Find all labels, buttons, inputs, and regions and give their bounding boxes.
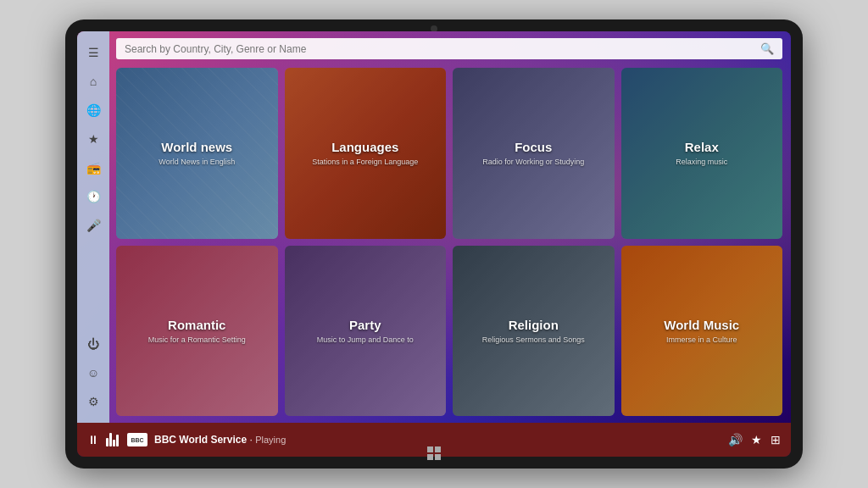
favorite-button[interactable]: ★ [751,433,762,446]
card-text-world-news: World news World News in English [116,68,278,239]
card-focus[interactable]: Focus Radio for Working or Studying [453,68,615,239]
search-icon[interactable]: 🔍 [760,42,774,55]
card-text-languages: Languages Stations in a Foreign Language [285,68,447,239]
card-title-relax: Relax [685,140,719,154]
star-icon[interactable]: ★ [81,127,105,151]
card-text-party: Party Music to Jump and Dance to [285,246,447,417]
card-relax[interactable]: Relax Relaxing music [621,68,783,239]
station-logo: BBC [127,433,147,446]
tablet-screen: ☰ ⌂ 🌐 ★ 📻 🕐 🎤 ⏻ ☺ ⚙ 🔍 [77,31,791,457]
cards-grid: World news World News in English Languag… [116,68,782,416]
power-icon[interactable]: ⏻ [81,332,105,356]
card-title-world-music: World Music [664,318,739,332]
card-subtitle-focus: Radio for Working or Studying [482,158,584,166]
volume-button[interactable]: 🔊 [728,433,743,446]
card-religion[interactable]: Religion Religious Sermons and Songs [453,246,615,417]
sidebar-bottom: ⏻ ☺ ⚙ [81,330,105,416]
card-text-world-music: World Music Immerse in a Culture [621,246,783,417]
player-status: Playing [255,435,286,445]
card-subtitle-religion: Religious Sermons and Songs [482,336,585,344]
card-world-music[interactable]: World Music Immerse in a Culture [621,246,783,417]
emoji-icon[interactable]: ☺ [81,361,105,385]
card-subtitle-relax: Relaxing music [676,158,727,166]
tablet-device: ☰ ⌂ 🌐 ★ 📻 🕐 🎤 ⏻ ☺ ⚙ 🔍 [65,19,803,469]
card-text-focus: Focus Radio for Working or Studying [453,68,615,239]
card-subtitle-party: Music to Jump and Dance to [317,336,414,344]
search-input[interactable] [125,43,760,55]
player-controls-right: 🔊 ★ ⊞ [728,433,781,446]
station-name: BBC World Service [154,434,247,446]
home-icon[interactable]: ⌂ [81,69,105,93]
card-subtitle-world-news: World News in English [159,158,235,166]
search-bar: 🔍 [116,38,782,59]
card-text-relax: Relax Relaxing music [621,68,783,239]
audio-visualizer [106,433,119,446]
settings-icon[interactable]: ⚙ [81,390,105,413]
card-subtitle-languages: Stations in a Foreign Language [312,158,418,166]
card-subtitle-world-music: Immerse in a Culture [666,336,737,344]
card-title-party: Party [349,318,381,332]
card-title-focus: Focus [515,140,552,154]
bar-1 [106,438,108,446]
history-icon[interactable]: 🕐 [81,185,105,208]
card-languages[interactable]: Languages Stations in a Foreign Language [285,68,447,239]
windows-logo [427,446,441,460]
card-title-languages: Languages [331,140,398,154]
globe-icon[interactable]: 🌐 [81,98,105,122]
content-area: 🔍 World news World News in English Langu… [109,31,791,423]
podcast-icon[interactable]: 📻 [81,156,105,180]
bar-4 [116,435,119,446]
bar-2 [109,433,112,446]
menu-icon[interactable]: ☰ [81,41,105,64]
card-romantic[interactable]: Romantic Music for a Romantic Setting [116,246,278,417]
card-world-news[interactable]: World news World News in English [116,68,278,239]
card-party[interactable]: Party Music to Jump and Dance to [285,246,447,417]
card-title-world-news: World news [161,140,232,154]
main-layout: ☰ ⌂ 🌐 ★ 📻 🕐 🎤 ⏻ ☺ ⚙ 🔍 [77,31,791,423]
fullscreen-button[interactable]: ⊞ [771,433,781,446]
card-title-religion: Religion [509,318,559,332]
bar-3 [113,440,115,446]
card-title-romantic: Romantic [168,318,225,332]
pause-button[interactable]: ⏸ [87,433,99,446]
card-text-romantic: Romantic Music for a Romantic Setting [116,246,278,417]
mic-icon[interactable]: 🎤 [81,214,105,237]
card-text-religion: Religion Religious Sermons and Songs [453,246,615,417]
sidebar: ☰ ⌂ 🌐 ★ 📻 🕐 🎤 ⏻ ☺ ⚙ [77,31,109,423]
windows-button[interactable] [424,443,444,463]
card-subtitle-romantic: Music for a Romantic Setting [148,336,246,344]
